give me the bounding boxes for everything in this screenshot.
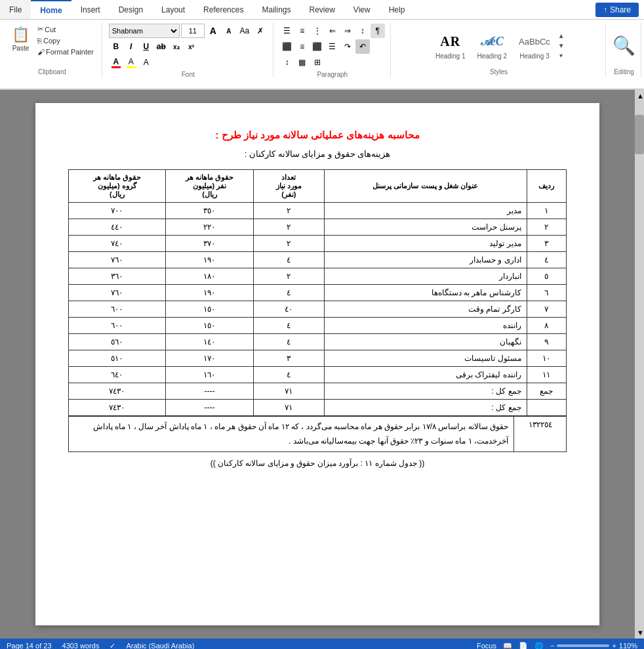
cell-count: ٣	[254, 350, 324, 367]
cut-button[interactable]: ✂Cut	[35, 24, 96, 35]
font-grow-button[interactable]: A	[206, 24, 220, 38]
paste-button[interactable]: 📋 Paste	[8, 24, 33, 54]
show-marks-button[interactable]: ¶	[371, 24, 385, 38]
align-right-button[interactable]: ⬛	[310, 39, 325, 54]
cell-count: ٢	[254, 236, 324, 252]
superscript-button[interactable]: x²	[184, 39, 199, 54]
cell-count: ٧١	[254, 383, 324, 400]
tab-mailings[interactable]: Mailings	[252, 0, 300, 19]
tab-design[interactable]: Design	[110, 0, 152, 19]
font-group: Shabnam A A Aa ✗ B I U ab x₂ x²	[104, 22, 273, 77]
styles-scroll-up[interactable]: ▲	[556, 31, 567, 40]
text-effects-button[interactable]: A	[139, 55, 153, 70]
tab-file[interactable]: File	[0, 0, 31, 19]
cell-salary: ١٦٠	[165, 367, 253, 383]
bullets-button[interactable]: ☰	[280, 24, 294, 38]
document-title: محاسبه هزینه‌های عملیاتی سالانه مورد نیا…	[68, 129, 567, 141]
cell-count: ٤	[254, 285, 324, 301]
ltr-button[interactable]: ↷	[340, 39, 355, 54]
clear-formatting-button[interactable]: ✗	[253, 24, 268, 38]
cell-salary: ١٥٠	[165, 318, 253, 334]
document-scroll[interactable]: محاسبه هزینه‌های عملیاتی سالانه مورد نیا…	[0, 90, 635, 639]
sort-button[interactable]: ↕	[355, 24, 370, 38]
share-button[interactable]: ↑ Share	[595, 3, 639, 17]
decrease-indent-button[interactable]: ⇐	[325, 24, 340, 38]
style-heading1[interactable]: AR Heading 1	[431, 28, 470, 63]
document-subtitle: هزینه‌های حقوق و مزایای سالانه کارکنان :	[68, 149, 567, 159]
style-heading2[interactable]: 𝒜eC Heading 2	[473, 28, 512, 63]
tab-view[interactable]: View	[344, 0, 380, 19]
paragraph-group: ☰ ≡ ⋮ ⇐ ⇒ ↕ ¶ ⬛ ≡ ⬛ ☰ ↷ ↶	[275, 22, 391, 77]
note-text: حقوق سالانه براساس ١٧/٨ برابر حقوق هر ما…	[69, 417, 514, 452]
paste-icon: 📋	[12, 26, 30, 43]
total-radif	[527, 400, 566, 416]
cell-title: کارشناس ماهر به دستگاه‌ها	[324, 285, 527, 301]
justify-button[interactable]: ☰	[325, 39, 340, 54]
font-name-select[interactable]: Shabnam	[109, 24, 180, 38]
font-color-button[interactable]: A	[109, 55, 123, 70]
cell-title: مسئول تاسیسات	[324, 350, 527, 367]
scroll-thumb[interactable]	[635, 115, 644, 154]
format-painter-button[interactable]: 🖌Format Painter	[35, 47, 96, 57]
view-web-icon[interactable]: 🌐	[534, 642, 544, 650]
subscript-button[interactable]: x₂	[169, 39, 184, 54]
styles-expand[interactable]: ▾	[556, 51, 567, 60]
cell-title: راننده لیفتراک برقی	[324, 367, 527, 383]
cell-group: ٧٤٣٠	[69, 383, 166, 400]
copy-button[interactable]: ⎘Copy	[35, 35, 96, 46]
tab-help[interactable]: Help	[380, 0, 414, 19]
align-center-button[interactable]: ≡	[295, 39, 310, 54]
zoom-control[interactable]: − + 110%	[550, 642, 637, 649]
cell-title: کارگر تمام وقت	[324, 301, 527, 318]
line-spacing-button[interactable]: ↕	[280, 55, 294, 70]
clipboard-label: Clipboard	[38, 67, 66, 77]
tab-references[interactable]: References	[194, 0, 252, 19]
font-shrink-button[interactable]: A	[222, 24, 236, 38]
focus-label[interactable]: Focus	[477, 642, 496, 649]
cell-salary: ١٩٠	[165, 285, 253, 301]
tab-home[interactable]: Home	[31, 0, 71, 19]
numbering-button[interactable]: ≡	[295, 24, 310, 38]
style-heading3[interactable]: AaBbCc Heading 3	[514, 28, 555, 63]
editing-label: Editing	[614, 67, 634, 77]
zoom-out-icon[interactable]: −	[550, 642, 554, 649]
increase-indent-button[interactable]: ⇒	[340, 24, 355, 38]
find-replace-icon[interactable]: 🔍	[613, 35, 635, 56]
borders-button[interactable]: ⊞	[310, 55, 325, 70]
shading-button[interactable]: ▦	[295, 55, 310, 70]
strikethrough-button[interactable]: ab	[154, 39, 169, 54]
cell-group: ٣٦٠	[69, 268, 166, 285]
view-read-icon[interactable]: 📖	[503, 642, 512, 650]
highlight-button[interactable]: A	[124, 55, 138, 70]
tab-review[interactable]: Review	[300, 0, 344, 19]
zoom-in-icon[interactable]: +	[612, 642, 616, 649]
share-icon: ↑	[603, 5, 607, 14]
underline-button[interactable]: U	[139, 39, 153, 54]
cell-count: ٤	[254, 252, 324, 268]
align-left-button[interactable]: ⬛	[280, 39, 294, 54]
table-row: ٢ پرسنل حراست ٢ ٢٢٠ ٤٤٠	[69, 219, 567, 236]
bold-button[interactable]: B	[109, 39, 123, 54]
zoom-slider[interactable]	[557, 644, 609, 647]
cell-count: ٤	[254, 334, 324, 350]
italic-button[interactable]: I	[124, 39, 138, 54]
cell-radif: ١٠	[527, 350, 566, 367]
font-case-button[interactable]: Aa	[237, 24, 252, 38]
styles-group: AR Heading 1 𝒜eC Heading 2 AaBbCc Headin…	[392, 22, 606, 77]
tab-layout[interactable]: Layout	[152, 0, 194, 19]
styles-scroll-down[interactable]: ▼	[556, 41, 567, 50]
table-row: ٦ کارشناس ماهر به دستگاه‌ها ٤ ١٩٠ ٧٦٠	[69, 285, 567, 301]
cell-group: ٤٤٠	[69, 219, 166, 236]
scroll-up-arrow[interactable]: ▲	[635, 90, 644, 102]
multilevel-button[interactable]: ⋮	[310, 24, 325, 38]
font-size-input[interactable]	[181, 24, 205, 38]
cell-count: ٢	[254, 203, 324, 219]
format-painter-icon: 🖌	[37, 48, 45, 56]
scroll-down-arrow[interactable]: ▼	[635, 627, 644, 639]
rtl-button[interactable]: ↶	[355, 39, 370, 54]
tab-insert[interactable]: Insert	[71, 0, 110, 19]
table-header-row: ردیف عنوان شغل و پست سازمانی پرسنل تعداد…	[69, 170, 567, 203]
vertical-scrollbar[interactable]: ▲ ▼	[635, 90, 644, 639]
view-print-icon[interactable]: 📄	[519, 642, 528, 650]
note-number: ١٣٢٢٥٤	[514, 417, 567, 452]
